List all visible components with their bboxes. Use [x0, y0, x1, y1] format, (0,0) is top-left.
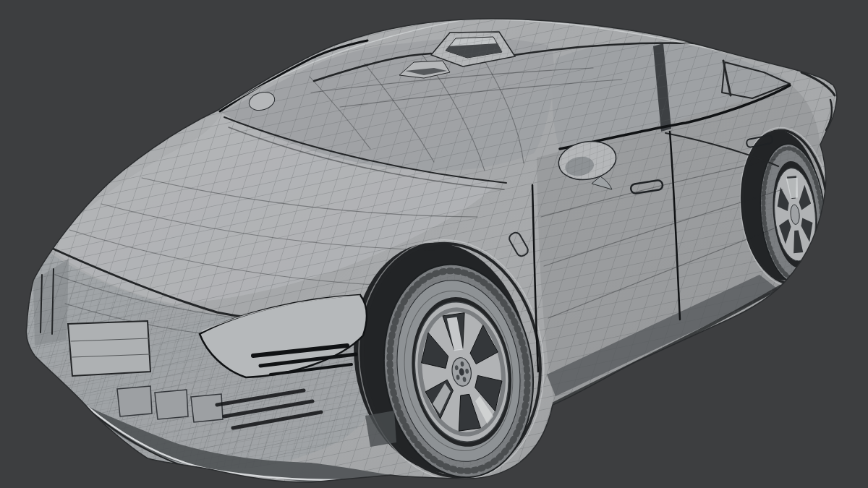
bumper-step: [191, 394, 223, 422]
bumper-notch: [365, 411, 396, 447]
wireframe-car-render[interactable]: [0, 0, 868, 488]
bumper-step: [117, 386, 152, 416]
license-plate-panel: [68, 321, 150, 376]
bumper-step: [155, 390, 188, 419]
viewport-3d[interactable]: [0, 0, 868, 488]
